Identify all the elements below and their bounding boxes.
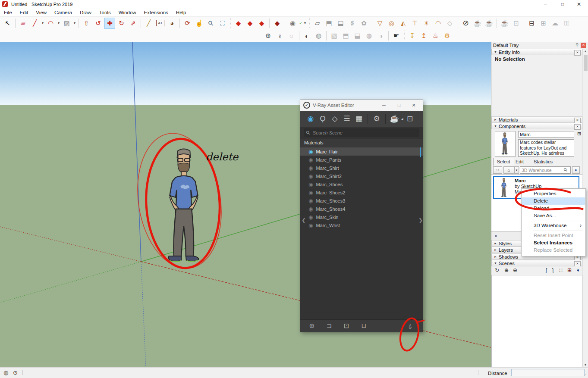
- component-pane-toggle-icon[interactable]: ⊞: [576, 131, 582, 137]
- materials-section-header[interactable]: ► Materials ✕: [491, 116, 582, 123]
- text-tool-icon[interactable]: A1: [155, 18, 166, 29]
- vray-scene-tab-icon[interactable]: ☰: [341, 113, 353, 125]
- scenes-show-icon[interactable]: ➧: [574, 267, 582, 274]
- tray-scrollbar-thumb[interactable]: [584, 55, 588, 71]
- vray-titlebar[interactable]: ✓ V-Ray Asset Editor ─ □ ✕: [300, 100, 423, 111]
- menu-item-select-instances[interactable]: Select Instances: [522, 239, 585, 247]
- rectangle-tool-icon[interactable]: ▨: [61, 18, 72, 29]
- vray-rect-light-icon[interactable]: ▽: [374, 18, 385, 29]
- section-display-icon[interactable]: ⬒: [324, 18, 334, 29]
- vray-search-input[interactable]: [312, 130, 409, 136]
- panel-collapse-left-icon[interactable]: ❮: [302, 217, 306, 223]
- pushpull-tool-icon[interactable]: ⇧: [81, 18, 92, 29]
- settings-gear-icon[interactable]: ⚙: [442, 30, 453, 41]
- material-item[interactable]: ◉ Marc_Wrist: [300, 221, 423, 229]
- maximize-button[interactable]: □: [554, 0, 571, 9]
- warehouse-go-icon[interactable]: ➧: [572, 166, 580, 174]
- arc-tool-icon[interactable]: ◠: [45, 18, 56, 29]
- leaf-tool-icon[interactable]: ✿: [358, 18, 369, 29]
- warehouse-search-input[interactable]: [520, 167, 564, 173]
- panel-expand-right-icon[interactable]: ❯: [418, 217, 423, 223]
- move-tool-icon[interactable]: ✚: [104, 18, 115, 29]
- position-camera-icon[interactable]: ⊕: [263, 30, 274, 41]
- vray-asset-editor-icon[interactable]: ◆: [233, 18, 244, 29]
- open-file-icon[interactable]: ⊐: [325, 322, 333, 330]
- material-item[interactable]: ◉ Marc_Shoes4: [300, 205, 423, 213]
- vray-render-icon[interactable]: ◆: [272, 18, 283, 29]
- menu-help[interactable]: Help: [172, 9, 190, 16]
- vray-framebuffer-icon[interactable]: ⊡: [404, 113, 416, 125]
- entity-info-close-button[interactable]: ✕: [574, 50, 581, 56]
- back-edges-style-icon[interactable]: ⬒: [340, 30, 351, 41]
- xray-style-icon[interactable]: ▧: [329, 30, 340, 41]
- tape-measure-tool-icon[interactable]: ╱: [143, 18, 154, 29]
- move-scene-right-icon[interactable]: ʃ: [549, 267, 557, 274]
- pin-icon[interactable]: ⚲: [574, 43, 580, 48]
- photo-texture-icon[interactable]: ◍: [313, 30, 324, 41]
- menu-edit[interactable]: Edit: [16, 9, 32, 16]
- material-item[interactable]: ◉ Marc_Shoes: [300, 180, 423, 188]
- scroll-down-icon[interactable]: ▾: [583, 363, 588, 367]
- navigation-back-icon[interactable]: ⇤: [495, 233, 499, 239]
- material-item[interactable]: ◉ Marc_Pants: [300, 156, 423, 164]
- components-section-header[interactable]: ▼ Components ✕: [491, 123, 582, 129]
- shaded-style-icon[interactable]: ◑: [375, 30, 386, 41]
- look-around-icon[interactable]: ◌: [286, 30, 297, 41]
- add-location-icon[interactable]: ◐: [302, 30, 312, 41]
- delete-asset-icon[interactable]: ⊔: [359, 322, 368, 330]
- vray-omni-light-icon[interactable]: ☀: [421, 18, 432, 29]
- material-item[interactable]: ◉ Marc_Skin: [300, 213, 423, 221]
- vray-textures-tab-icon[interactable]: ▦: [353, 113, 365, 125]
- add-scene-icon[interactable]: ⊕: [503, 267, 510, 274]
- purge-unused-icon[interactable]: ⍙: [406, 322, 415, 330]
- arc-tool-caret-icon[interactable]: ▾: [57, 18, 61, 29]
- vray-materials-tab-icon[interactable]: ◉: [305, 113, 317, 125]
- add-asset-icon[interactable]: ⊕: [308, 322, 316, 330]
- section-plane-icon[interactable]: ▱: [312, 18, 323, 29]
- home-caret-icon[interactable]: ▾: [514, 166, 519, 174]
- vray-sphere-light-icon[interactable]: ◎: [386, 18, 397, 29]
- fur-tool-icon[interactable]: ʬ: [347, 18, 358, 29]
- material-item[interactable]: ◉ Marc_Shoes2: [300, 188, 423, 197]
- batch-render-icon[interactable]: ⊞: [538, 18, 549, 29]
- scale-tool-icon[interactable]: ⇗: [128, 18, 138, 29]
- credits-status-icon[interactable]: ⊙: [13, 369, 18, 376]
- wireframe-style-icon[interactable]: ⬓: [352, 30, 363, 41]
- line-tool-caret-icon[interactable]: ▾: [41, 18, 45, 29]
- vray-interactive-render-icon[interactable]: ☕: [484, 18, 494, 29]
- material-item[interactable]: ◉ Marc_Shirt: [300, 164, 423, 172]
- menu-extensions[interactable]: Extensions: [140, 9, 172, 16]
- frame-buffer-window-icon[interactable]: ⊟: [526, 18, 537, 29]
- stamp-download-icon[interactable]: ↧: [407, 30, 418, 41]
- rotate-tool-icon[interactable]: ↻: [116, 18, 127, 29]
- entity-info-header[interactable]: ▼ Entity Info ✕: [491, 49, 582, 55]
- select-instance-icon[interactable]: ☛: [391, 30, 402, 41]
- menu-camera[interactable]: Camera: [50, 9, 76, 16]
- warehouse-search-box[interactable]: ⚲: [520, 166, 571, 174]
- menu-item-delete[interactable]: Delete: [522, 197, 585, 205]
- remove-scene-icon[interactable]: ⊖: [511, 267, 519, 274]
- eraser-tool-icon[interactable]: ▰: [18, 18, 28, 29]
- vray-geometry-tab-icon[interactable]: ◇: [329, 113, 341, 125]
- close-button[interactable]: ✕: [571, 0, 587, 9]
- component-name-field[interactable]: [518, 131, 574, 137]
- zoom-extents-tool-icon[interactable]: ⛶: [217, 18, 228, 29]
- menu-window[interactable]: Window: [115, 9, 140, 16]
- menu-tools[interactable]: Tools: [95, 9, 115, 16]
- followme-tool-icon[interactable]: ↺: [93, 18, 104, 29]
- tray-header[interactable]: Default Tray ⚲ ✕: [491, 42, 588, 49]
- material-item[interactable]: ◉ Marc_Shirt2: [300, 172, 423, 180]
- tab-statistics[interactable]: Statistics: [530, 158, 556, 165]
- minimize-button[interactable]: ─: [537, 0, 553, 9]
- vray-ies-light-icon[interactable]: ⊤: [409, 18, 420, 29]
- lock-icon[interactable]: ⚿: [561, 18, 572, 29]
- vray-spot-light-icon[interactable]: ◭: [398, 18, 409, 29]
- rectangle-tool-caret-icon[interactable]: ▾: [72, 18, 77, 29]
- geolocation-status-icon[interactable]: ◍: [3, 369, 8, 376]
- vray-search-bar[interactable]: ⚲: [304, 128, 419, 137]
- menu-draw[interactable]: Draw: [76, 9, 95, 16]
- account-caret-icon[interactable]: ▾: [303, 18, 307, 29]
- vray-batch-render-icon[interactable]: ◆: [256, 18, 267, 29]
- components-close-button[interactable]: ✕: [574, 124, 581, 130]
- home-icon[interactable]: ⌂: [503, 166, 514, 174]
